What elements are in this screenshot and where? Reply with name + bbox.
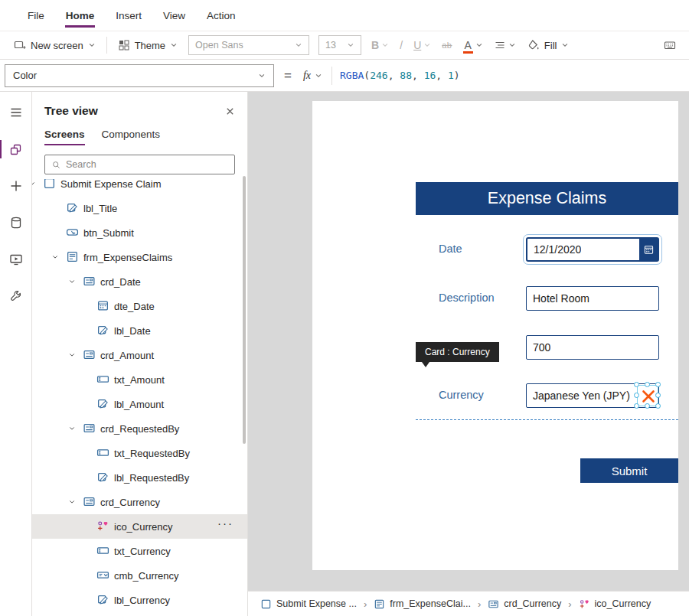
- tree-item-lbl_Amount[interactable]: lbl_Amount: [32, 392, 247, 416]
- search-icon: [51, 160, 61, 170]
- tree-item-txt_RequestedBy[interactable]: txt_RequestedBy: [32, 441, 247, 465]
- strikethrough-button[interactable]: ab: [436, 34, 457, 57]
- more-options-button[interactable]: ···: [217, 517, 233, 530]
- tree-item-ico_Currency[interactable]: ico_Currency···: [32, 514, 247, 539]
- menu-view[interactable]: View: [152, 0, 196, 31]
- search-box[interactable]: [44, 155, 235, 174]
- chevron-down-icon[interactable]: [67, 277, 77, 286]
- calendar-icon: [644, 245, 654, 255]
- tree-item-label: crd_RequestedBy: [100, 423, 179, 435]
- breadcrumb-item-crd_Currency[interactable]: crd_Currency: [488, 598, 561, 610]
- field-input-date[interactable]: 12/1/2020: [526, 237, 659, 262]
- label-icon: [96, 397, 109, 410]
- tree-item-Submit Expense Claim[interactable]: Submit Expense Claim: [32, 179, 247, 196]
- font-family-select[interactable]: Open Sans: [188, 35, 309, 55]
- chevron-down-icon: [88, 41, 96, 49]
- menu-bar: FileHomeInsertViewAction: [0, 0, 689, 31]
- textinput-icon: [96, 446, 109, 459]
- tree-item-lbl_Currency[interactable]: lbl_Currency: [32, 588, 247, 612]
- keyboard-button[interactable]: [658, 34, 681, 57]
- app-screen[interactable]: Expense Claims Date12/1/2020DescriptionH…: [312, 101, 678, 570]
- field-input-amount[interactable]: 700: [526, 335, 659, 360]
- media-button[interactable]: [0, 246, 32, 272]
- field-input-currency[interactable]: Japanese Yen (JPY): [526, 383, 659, 408]
- menu-file[interactable]: File: [17, 0, 55, 31]
- formula-input[interactable]: RGBA(246, 88, 16, 1): [340, 70, 460, 81]
- theme-icon: [118, 39, 130, 51]
- field-value: Japanese Yen (JPY): [527, 389, 630, 402]
- submit-button[interactable]: Submit: [580, 458, 678, 483]
- fx-dropdown[interactable]: fx: [303, 70, 322, 82]
- date-icon: [96, 299, 109, 312]
- font-color-button[interactable]: A: [458, 34, 488, 57]
- chevron-down-icon[interactable]: [32, 179, 37, 188]
- iconctl-icon: [579, 598, 590, 610]
- chevron-down-icon: [347, 41, 354, 49]
- font-color-icon: A: [463, 39, 473, 51]
- tree-item-lbl_Date[interactable]: lbl_Date: [32, 318, 247, 343]
- form-icon: [66, 250, 79, 263]
- tree-item-label: cmb_Currency: [114, 570, 179, 582]
- field-label-date[interactable]: Date: [439, 243, 462, 255]
- bold-button[interactable]: B: [366, 34, 394, 57]
- label-icon: [96, 593, 109, 606]
- tree-item-cmb_Currency[interactable]: cmb_Currency: [32, 563, 247, 588]
- new-screen-button[interactable]: New screen: [8, 34, 102, 57]
- chevron-down-icon[interactable]: [67, 350, 77, 360]
- card-icon: [83, 422, 96, 435]
- property-dropdown[interactable]: Color: [5, 64, 274, 87]
- insert-button[interactable]: [0, 173, 32, 199]
- menu-action[interactable]: Action: [196, 0, 247, 31]
- chevron-down-icon[interactable]: [67, 497, 77, 507]
- breadcrumb-item-frm_ExpenseClai[interactable]: frm_ExpenseClai...: [374, 598, 471, 610]
- property-value: Color: [13, 70, 37, 81]
- field-input-description[interactable]: Hotel Room: [526, 286, 659, 311]
- chevron-down-icon: [508, 41, 516, 49]
- close-icon[interactable]: [225, 106, 235, 116]
- advanced-tools-button[interactable]: [0, 283, 32, 309]
- tree-item-crd_Currency[interactable]: crd_Currency: [32, 490, 247, 514]
- fill-button[interactable]: Fill: [521, 34, 576, 57]
- tree-item-txt_Amount[interactable]: txt_Amount: [32, 367, 247, 392]
- tree-item-label: lbl_Date: [114, 325, 151, 337]
- tree-item-crd_Amount[interactable]: crd_Amount: [32, 343, 247, 367]
- tab-screens[interactable]: Screens: [44, 129, 85, 145]
- breadcrumb-item-SubmitExpense[interactable]: Submit Expense ...: [260, 598, 357, 610]
- menu-home[interactable]: Home: [55, 0, 106, 31]
- tree-item-frm_ExpenseClaims[interactable]: frm_ExpenseClaims: [32, 245, 247, 269]
- italic-button[interactable]: /: [394, 34, 408, 57]
- formula-token: ): [454, 70, 460, 81]
- tree-item-lbl_RequestedBy[interactable]: lbl_RequestedBy: [32, 465, 247, 490]
- chevron-down-icon[interactable]: [51, 253, 60, 262]
- tree-item-lbl_Title[interactable]: lbl_Title: [32, 196, 247, 220]
- chevron-down-icon[interactable]: [67, 424, 77, 433]
- field-label-currency[interactable]: Currency: [439, 389, 484, 401]
- tree-item-crd_RequestedBy[interactable]: crd_RequestedBy: [32, 416, 247, 441]
- fill-label: Fill: [544, 40, 557, 51]
- hamburger-menu-button[interactable]: [0, 99, 32, 125]
- tree-item-label: crd_Amount: [100, 350, 154, 361]
- font-size-select[interactable]: 13: [318, 35, 361, 55]
- tree-view-panel: Tree view ScreensComponents Submit Expen…: [32, 92, 248, 616]
- tab-components[interactable]: Components: [102, 129, 161, 145]
- search-input[interactable]: [66, 159, 228, 170]
- formula-token: ,: [412, 70, 424, 81]
- tree-item-txt_Currency[interactable]: txt_Currency: [32, 539, 247, 563]
- underline-button[interactable]: U: [408, 34, 436, 57]
- tree-item-crd_Date[interactable]: crd_Date: [32, 269, 247, 294]
- fx-label: fx: [303, 70, 311, 82]
- scrollbar[interactable]: [243, 176, 246, 444]
- theme-button[interactable]: Theme: [112, 34, 184, 57]
- form-icon: [374, 598, 385, 610]
- breadcrumb-item-ico_Currency[interactable]: ico_Currency: [579, 598, 651, 610]
- italic-icon: /: [400, 39, 403, 51]
- tree-view-button[interactable]: [0, 136, 32, 162]
- data-button[interactable]: [0, 210, 32, 236]
- menu-insert[interactable]: Insert: [105, 0, 152, 31]
- align-button[interactable]: [488, 34, 521, 57]
- tree-item-dte_Date[interactable]: dte_Date: [32, 294, 247, 318]
- date-picker-button[interactable]: [639, 239, 658, 260]
- formula-bar: Color = fx RGBA(246, 88, 16, 1): [0, 60, 689, 92]
- tree-item-btn_Submit[interactable]: btn_Submit: [32, 220, 247, 245]
- field-label-description[interactable]: Description: [439, 292, 495, 304]
